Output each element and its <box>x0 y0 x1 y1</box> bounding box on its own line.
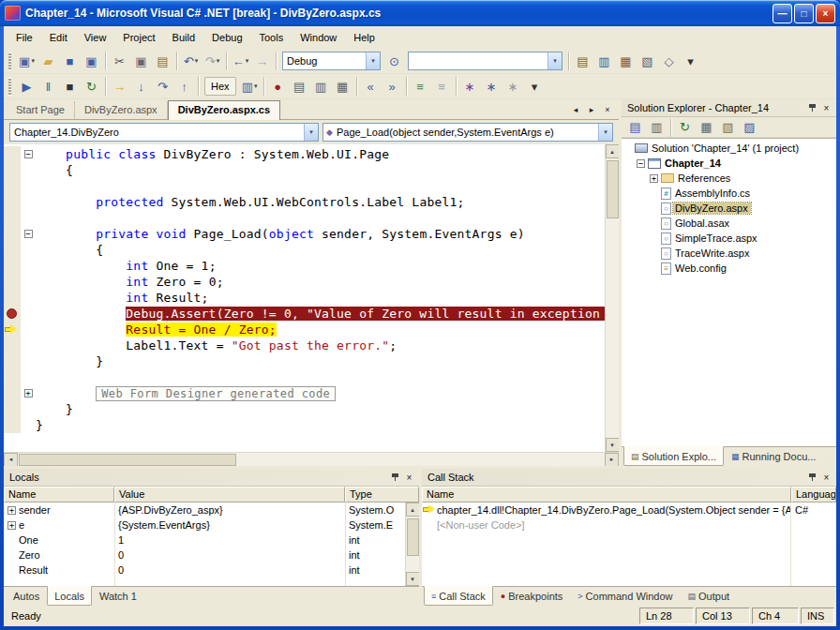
class-view-button[interactable]: ▧ <box>637 51 658 71</box>
tree-item-chapter-14[interactable]: −Chapter_14 <box>622 156 836 171</box>
locals-row[interactable]: Zero0int <box>4 548 405 562</box>
tree-item-references[interactable]: +References <box>622 171 836 186</box>
tree-item-simpletrace-aspx[interactable]: ○SimpleTrace.aspx <box>622 231 836 246</box>
collapse-icon[interactable]: − <box>24 230 33 238</box>
tab-watch-1[interactable]: Watch 1 <box>92 587 144 606</box>
close-document-button[interactable]: × <box>601 103 614 116</box>
solution-explorer-button[interactable]: ▤ <box>572 51 593 71</box>
scroll-tabs-left-button[interactable]: ◂ <box>569 103 582 116</box>
object-browser-button[interactable]: ◇ <box>658 51 680 71</box>
toolbar-grip[interactable] <box>8 78 11 96</box>
tab-breakpoints[interactable]: ●Breakpoints <box>493 587 571 606</box>
column-header-name[interactable]: Name <box>4 487 114 502</box>
toolbar-grip[interactable] <box>8 52 11 70</box>
properties-button[interactable]: ▨ <box>739 117 760 138</box>
open-file-button[interactable]: ▰ <box>38 51 59 71</box>
code-text[interactable] <box>36 178 605 194</box>
close-button[interactable]: × <box>816 4 835 23</box>
indicator-margin[interactable] <box>4 178 21 194</box>
indicator-margin[interactable] <box>4 417 21 433</box>
locals-row[interactable]: +e{System.EventArgs}System.E <box>4 518 405 532</box>
tab-start-page[interactable]: Start Page <box>7 101 75 119</box>
indicator-margin[interactable] <box>4 258 21 274</box>
breakpoint-icon[interactable] <box>7 308 17 319</box>
maximize-button[interactable]: □ <box>794 4 814 23</box>
tree-item-web-config[interactable]: ≡Web.config <box>622 261 836 276</box>
scroll-left-icon[interactable]: ◂ <box>4 453 18 467</box>
chevron-down-icon[interactable]: ▾ <box>304 124 318 141</box>
code-text[interactable] <box>36 369 605 385</box>
tab-call-stack[interactable]: ≡Call Stack <box>424 586 493 606</box>
indicator-margin[interactable] <box>4 194 21 210</box>
call-stack-row[interactable]: chapter_14.dll!Chapter_14.DivByZero.Page… <box>422 502 836 518</box>
tab-divbyzero-aspx-cs[interactable]: DivByZero.aspx.cs <box>168 100 280 120</box>
toolbar-options-button[interactable]: ▾ <box>680 51 701 71</box>
new-breakpoint-button[interactable]: ∗ <box>459 76 481 97</box>
column-header-name[interactable]: Name <box>422 487 791 502</box>
locals-row[interactable]: +sender{ASP.DivByZero_aspx}System.O <box>4 502 405 518</box>
code-text[interactable]: Label1.Text = "Got past the error."; <box>36 338 605 353</box>
new-item-button[interactable]: ▣▾ <box>16 51 38 71</box>
scrollbar-thumb[interactable] <box>19 454 236 466</box>
close-icon[interactable]: × <box>819 101 833 114</box>
navigate-forward-button[interactable]: → <box>251 51 273 71</box>
expand-icon[interactable]: + <box>8 521 16 530</box>
expand-icon[interactable]: + <box>24 389 33 398</box>
scroll-down-icon[interactable]: ▾ <box>406 572 420 586</box>
find-combo[interactable]: ▾ <box>408 52 562 70</box>
tab-command-window[interactable]: >Command Window <box>570 587 680 606</box>
tree-item-assemblyinfo-cs[interactable]: #AssemblyInfo.cs <box>622 186 836 201</box>
pin-icon[interactable] <box>805 471 819 484</box>
code-text[interactable]: { <box>36 162 605 178</box>
minimize-button[interactable]: — <box>772 4 792 23</box>
tree-item-global-asax[interactable]: ○Global.asax <box>622 216 836 231</box>
solution-configurations-combo[interactable]: Debug▾ <box>282 52 381 70</box>
tab-locals[interactable]: Locals <box>47 586 92 606</box>
indicator-margin[interactable] <box>4 353 21 369</box>
redo-button[interactable]: ↷▾ <box>202 51 223 71</box>
chevron-down-icon[interactable]: ▾ <box>366 52 380 69</box>
code-text[interactable]: public class DivByZero : System.Web.UI.P… <box>36 146 605 162</box>
menu-item-view[interactable]: View <box>76 28 115 47</box>
menu-item-tools[interactable]: Tools <box>251 28 292 47</box>
types-combo[interactable]: Chapter_14.DivByZero ▾ <box>9 123 319 142</box>
code-text[interactable]: { <box>36 242 605 258</box>
hex-display-button[interactable]: Hex <box>204 77 236 96</box>
debug-windows-button[interactable]: ▥▾ <box>239 76 261 97</box>
indicator-margin[interactable] <box>4 385 21 401</box>
tab-output[interactable]: ▤Output <box>681 587 738 606</box>
members-combo[interactable]: ◆ Page_Load(object sender,System.EventAr… <box>322 123 613 142</box>
indicator-margin[interactable] <box>4 306 21 322</box>
code-text[interactable]: protected System.Web.UI.WebControls.Labe… <box>36 194 605 210</box>
indicator-margin[interactable] <box>4 290 21 306</box>
scroll-tabs-right-button[interactable]: ▸ <box>585 103 598 116</box>
continue-button[interactable]: ▶ <box>16 76 38 97</box>
restart-button[interactable]: ↻ <box>81 76 102 97</box>
column-header-type[interactable]: Type <box>345 487 419 502</box>
solution-tree[interactable]: Solution 'Chapter_14' (1 project)−Chapte… <box>622 138 836 446</box>
call-stack-header[interactable]: Call Stack × <box>422 469 836 487</box>
close-icon[interactable]: × <box>819 471 833 484</box>
properties-window-button[interactable]: ▥ <box>593 51 615 71</box>
code-area[interactable]: − public class DivByZero : System.Web.UI… <box>4 144 605 452</box>
indicator-margin[interactable] <box>4 369 21 385</box>
uncomment-selection-button[interactable]: ≡ <box>431 76 453 97</box>
copy-web-button[interactable]: ▦ <box>696 117 717 138</box>
collapse-icon[interactable]: − <box>24 150 33 158</box>
collapse-icon[interactable]: − <box>637 159 645 168</box>
indicator-margin[interactable] <box>4 338 21 353</box>
scroll-up-icon[interactable]: ▴ <box>406 502 420 517</box>
menu-item-project[interactable]: Project <box>114 28 163 47</box>
undo-button[interactable]: ↶▾ <box>180 51 202 71</box>
call-stack-window-button[interactable]: ▦ <box>332 76 353 97</box>
chevron-down-icon[interactable]: ▾ <box>598 124 612 141</box>
tab-solution-explo[interactable]: ▤Solution Explo... <box>623 446 724 466</box>
find-button[interactable]: ⊙ <box>383 51 405 71</box>
code-text[interactable]: int Zero = 0; <box>36 274 605 290</box>
clear-all-breakpoints-button[interactable]: ∗ <box>481 76 502 97</box>
decrease-indent-button[interactable]: « <box>360 76 382 97</box>
indicator-margin[interactable] <box>4 242 21 258</box>
navigate-backward-button[interactable]: ←▾ <box>230 51 251 71</box>
expand-icon[interactable]: + <box>8 506 16 515</box>
scrollbar-thumb[interactable] <box>607 160 619 218</box>
